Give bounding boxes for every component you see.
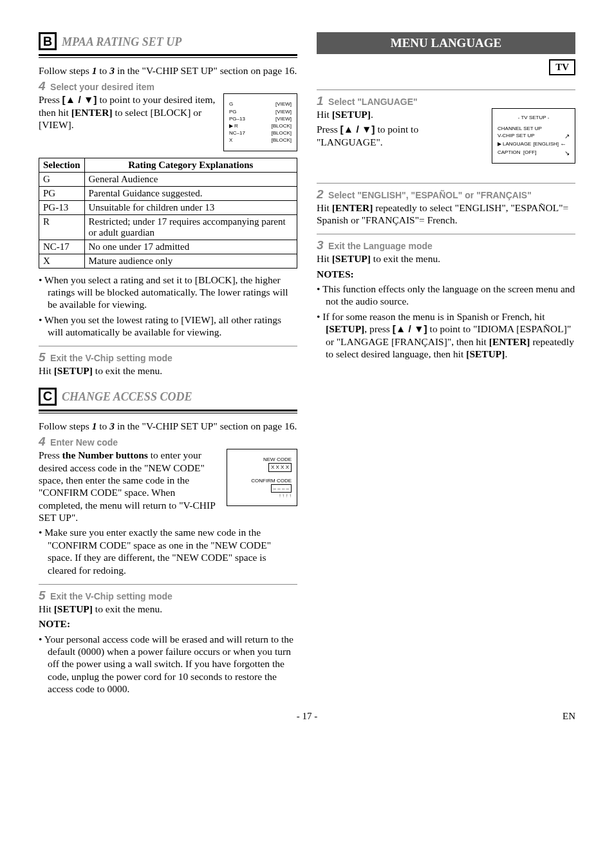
text: [SETUP] [332,253,371,264]
b-bullets: When you select a rating and set it to [… [39,274,297,339]
b-step5-heading: 5 Exit the V-Chip setting mode [39,350,297,364]
osd-item: R [234,122,238,129]
text: to enter your desired access code in the… [39,449,215,523]
step-number: 4 [39,435,46,448]
text: to exit the menu. [93,365,162,376]
osd-label: NEW CODE [232,456,292,463]
text: . [505,348,508,359]
osd-item: PG [229,108,237,115]
text: If for some reason the menu is in Spanis… [322,311,544,322]
text: 3 [109,65,115,76]
r-step2-heading: 2 Select "ENGLISH", "ESPAÑOL" or "FRANÇA… [317,187,575,202]
r-notes: This function effects only the language … [317,283,575,360]
table-header-row: Selection Rating Category Explanations [39,158,297,172]
section-b-title: MPAA RATING SET UP [62,35,181,49]
text: , press [364,323,392,334]
pointer-arrows-icon: ↑ ↑ ↑ ↑ [232,493,292,499]
divider [317,234,575,234]
c-step4-heading: 4 Enter New code [39,435,297,449]
text: [ENTER] [332,202,373,213]
section-c-letter: C [39,388,57,406]
step-number: 5 [39,589,46,602]
section-b-intro: Follow steps 1 to 3 in the "V-CHIP SET U… [39,64,297,77]
step-label: Enter New code [50,437,118,448]
arrow-icon: ← [560,140,566,149]
pointer-icon: ▶ [498,140,501,147]
osd-status: [BLOCK] [271,129,292,137]
rating-desc: Parental Guidance suggested. [84,186,297,200]
step-label: Select "LANGUAGE" [328,97,418,107]
rating-desc: No one under 17 admitted [84,240,297,254]
osd-status: [BLOCK] [271,137,292,144]
arrow-icon: ↘ [564,149,570,158]
tv-badge: TV [549,59,575,75]
step-number: 3 [317,238,324,252]
b-step5-body: Hit [SETUP] to exit the menu. [39,364,297,377]
step-number: 4 [39,79,46,93]
section-b-letter: B [39,32,57,50]
divider [39,54,297,58]
section-b-header: B MPAA RATING SET UP [39,32,297,50]
c-step5-heading: 5 Exit the V-Chip setting mode [39,589,297,603]
table-header: Selection [39,158,85,172]
ratings-table: Selection Rating Category Explanations G… [39,158,297,269]
text: to exit the menu. [93,603,162,614]
section-c-intro: Follow steps 1 to 3 in the "V-CHIP SET U… [39,420,297,432]
table-row: GGeneral Audience [39,172,297,186]
text: Hit [39,603,54,614]
osd-enter-code: NEW CODE X X X X CONFIRM CODE – – – – ↑ … [227,449,297,506]
rating-code: PG [39,186,85,200]
r-step1-heading: 1 Select "LANGUAGE" [317,94,575,108]
osd-value: [ENGLISH] [533,140,559,147]
step-number: 1 [317,94,324,108]
osd-item: LANGUAGE [503,140,531,147]
menu-language-banner: MENU LANGUAGE [317,32,575,54]
section-c-header: C CHANGE ACCESS CODE [39,388,297,406]
divider [39,584,297,585]
osd-value: – – – – [271,484,292,493]
text: Hit [317,109,332,120]
text: [▲ / ▼] [62,94,97,105]
osd-tv-setup: - TV SETUP - CHANNEL SET UP V-CHIP SET U… [492,108,575,164]
step-label: Select "ENGLISH", "ESPAÑOL" or "FRANÇAIS… [328,190,532,200]
step-number: 2 [317,187,324,201]
text: Press [39,94,62,105]
text: . [371,109,373,120]
step-label: Exit the V-Chip setting mode [50,591,172,601]
table-header: Rating Category Explanations [84,158,297,172]
list-item: When you select a rating and set it to [… [39,274,297,311]
list-item: When you set the lowest rating to [VIEW]… [39,314,297,339]
text: [SETUP] [326,323,364,334]
r-step3-heading: 3 Exit the Language mode [317,238,575,252]
text: to [97,420,109,431]
osd-label: CONFIRM CODE [232,477,292,484]
text: Hit [39,365,54,376]
text: Press [39,449,62,460]
text: [SETUP] [466,348,505,359]
osd-item: G [229,100,233,108]
text: [▲ / ▼] [393,323,427,334]
list-item: Make sure you enter exactly the same new… [39,526,297,576]
osd-item: NC–17 [229,129,245,137]
text: to exit the menu. [371,253,440,264]
osd-value: X X X X [268,463,292,471]
note-label: NOTE: [39,618,297,630]
osd-status: [BLOCK] [271,122,292,129]
osd-value: [OFF] [523,149,536,155]
r-step2-body: Hit [ENTER] repeatedly to select "ENGLIS… [317,202,575,227]
text: the Number buttons [62,449,148,460]
list-item: This function effects only the language … [317,283,575,308]
pointer-icon: ▶ [229,122,233,129]
b-step4-heading: 4 Select your desired item [39,79,297,93]
text: to [97,65,109,76]
text: [SETUP] [54,365,93,376]
osd-item: V-CHIP SET UP [498,133,535,138]
table-row: RRestricted; under 17 requires accompany… [39,214,297,240]
rating-code: G [39,172,85,186]
rating-desc: General Audience [84,172,297,186]
osd-item: CHANNEL SET UP [498,125,570,132]
text: [ENTER] [71,107,113,118]
rating-desc: Mature audience only [84,254,297,268]
table-row: XMature audience only [39,254,297,268]
osd-status: [VIEW] [275,100,292,108]
